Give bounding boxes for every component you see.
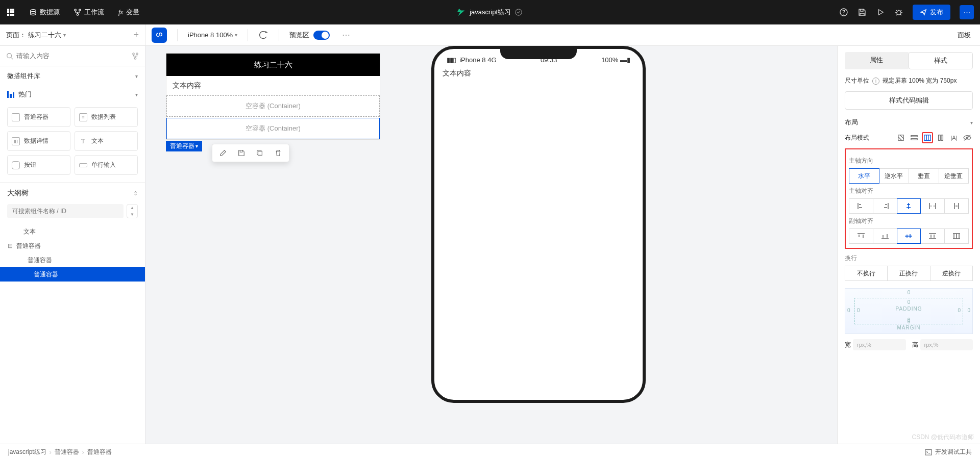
tab-attributes[interactable]: 属性 xyxy=(845,52,909,69)
chevron-down-icon: ▾ xyxy=(195,143,198,149)
dir-horizontal-reverse[interactable]: 逆水平 xyxy=(879,168,910,184)
tab-style[interactable]: 样式 xyxy=(909,52,973,69)
apps-grid-icon[interactable] xyxy=(6,8,15,17)
design-frame: 练习二十六 文本内容 空容器 (Container) 空容器 (Containe… xyxy=(166,53,380,140)
play-icon[interactable] xyxy=(876,8,885,17)
component-input[interactable]: 单行输入 xyxy=(75,155,138,175)
layout-mode-block[interactable] xyxy=(909,132,920,143)
menu-data-source[interactable]: 数据源 xyxy=(30,8,60,17)
miniprogram-icon[interactable] xyxy=(152,28,167,43)
search-input[interactable] xyxy=(13,52,132,60)
component-lib-header[interactable]: 微搭组件库 ▾ xyxy=(0,66,145,86)
selection-tag[interactable]: 普通容器 ▾ xyxy=(166,141,202,151)
info-icon[interactable]: i xyxy=(872,78,879,85)
wrap-nowrap[interactable]: 不换行 xyxy=(845,266,888,281)
save-icon[interactable] xyxy=(857,8,867,17)
tree-node-text[interactable]: 文本 xyxy=(0,224,145,239)
justify-between[interactable] xyxy=(920,198,945,214)
component-data-detail[interactable]: ◧数据详情 xyxy=(7,131,70,151)
publish-button[interactable]: 发布 xyxy=(913,5,950,20)
bug-icon[interactable] xyxy=(894,8,903,17)
style-code-button[interactable]: 样式代码编辑 xyxy=(845,91,973,110)
layout-mode-hidden[interactable] xyxy=(962,132,973,143)
align-center[interactable] xyxy=(897,228,921,244)
right-panel: 属性 样式 尺寸单位 i 规定屏幕 100% 宽为 750px 样式代码编辑 布… xyxy=(837,46,980,444)
crumb-project[interactable]: javascript练习 xyxy=(8,448,46,456)
top-center: javascript练习 xyxy=(152,8,827,17)
hierarchy-icon[interactable] xyxy=(132,53,139,60)
align-start[interactable] xyxy=(849,228,873,244)
container-placeholder-selected[interactable]: 空容器 (Container) xyxy=(166,118,380,139)
layout-mode-default[interactable] xyxy=(895,132,906,143)
component-button[interactable]: 按钮 xyxy=(7,155,70,175)
dir-vertical[interactable]: 垂直 xyxy=(909,168,939,184)
collapse-icon[interactable]: ⇕ xyxy=(133,190,138,197)
outline-tree: 文本 ⊟普通容器 普通容器 普通容器 xyxy=(0,222,145,284)
dir-horizontal[interactable]: 水平 xyxy=(849,168,879,184)
chevron-down-icon: ▾ xyxy=(135,73,138,79)
debug-tool-button[interactable]: 开发调试工具 xyxy=(925,448,972,456)
height-input[interactable]: rpx,% xyxy=(920,339,973,350)
component-text[interactable]: T文本 xyxy=(75,131,138,151)
canvas-area[interactable]: 练习二十六 文本内容 空容器 (Container) 空容器 (Containe… xyxy=(145,46,837,444)
container-placeholder-1[interactable]: 空容器 (Container) xyxy=(166,95,380,117)
crumb-container-2[interactable]: 普通容器 xyxy=(87,448,112,456)
phone-notch xyxy=(500,46,577,59)
svg-point-16 xyxy=(7,53,12,58)
copy-icon[interactable] xyxy=(255,148,264,158)
layout-mode-inline[interactable] xyxy=(935,132,946,143)
justify-around[interactable] xyxy=(944,198,969,214)
design-text-content[interactable]: 文本内容 xyxy=(166,76,380,95)
panel-toggle[interactable]: 面板 xyxy=(948,31,980,40)
svg-rect-4 xyxy=(10,11,12,13)
phone-text-content: 文本内容 xyxy=(434,65,643,82)
hot-category[interactable]: 热门 ▾ xyxy=(0,86,145,103)
add-page-button[interactable]: + xyxy=(133,30,139,40)
outline-nav-stepper[interactable]: ▲▼ xyxy=(127,204,138,218)
outline-search-input[interactable] xyxy=(7,204,124,218)
width-field: 宽 rpx,% xyxy=(845,339,906,350)
height-label: 高 xyxy=(912,341,918,349)
save-action-icon[interactable] xyxy=(237,148,246,158)
component-container[interactable]: 普通容器 xyxy=(7,107,70,127)
page-name: 练习二十六 xyxy=(28,31,61,40)
tree-node-container-2[interactable]: 普通容器 xyxy=(0,253,145,267)
align-baseline[interactable] xyxy=(944,228,969,244)
trash-icon[interactable] xyxy=(274,148,283,158)
pencil-icon[interactable] xyxy=(218,148,228,158)
more-button[interactable]: ⋯ xyxy=(960,5,974,19)
flex-options-highlight: 主轴方向 水平 逆水平 垂直 逆垂直 主轴对齐 副轴对齐 xyxy=(845,148,973,249)
page-dropdown[interactable]: 页面： 练习二十六 ▾ xyxy=(6,31,66,40)
device-selector[interactable]: iPhone 8 100% ▾ xyxy=(182,31,243,39)
menu-variable[interactable]: fx 变量 xyxy=(118,8,139,17)
preview-toggle[interactable] xyxy=(313,31,330,40)
align-stretch[interactable] xyxy=(920,228,945,244)
tree-node-container-1[interactable]: ⊟普通容器 xyxy=(0,239,145,253)
dir-vertical-reverse[interactable]: 逆垂直 xyxy=(939,168,969,184)
top-left-group: 数据源 工作流 fx 变量 xyxy=(6,8,139,17)
svg-rect-25 xyxy=(939,135,941,141)
justify-end[interactable] xyxy=(873,198,897,214)
wrap-section: 换行 不换行 正换行 逆换行 xyxy=(845,254,973,281)
refresh-button[interactable] xyxy=(252,31,275,39)
tree-node-container-3[interactable]: 普通容器 xyxy=(0,267,145,282)
layout-mode-flex[interactable] xyxy=(922,132,933,143)
justify-start[interactable] xyxy=(849,198,873,214)
component-data-list[interactable]: ≡数据列表 xyxy=(75,107,138,127)
layout-mode-text[interactable]: |A| xyxy=(948,132,960,143)
wrap-wrap[interactable]: 正换行 xyxy=(887,266,930,281)
justify-center[interactable] xyxy=(897,198,921,214)
width-input[interactable]: rpx,% xyxy=(853,339,906,350)
more-options[interactable]: ⋯ xyxy=(336,30,356,40)
fx-icon: fx xyxy=(118,8,123,16)
svg-rect-2 xyxy=(12,9,14,11)
svg-point-12 xyxy=(77,14,79,16)
menu-workflow[interactable]: 工作流 xyxy=(74,8,104,17)
layout-section-title[interactable]: 布局 ▾ xyxy=(845,118,973,127)
publish-label: 发布 xyxy=(930,8,943,17)
crumb-container-1[interactable]: 普通容器 xyxy=(55,448,79,456)
box-model[interactable]: 0 0 0 0 0 0 0 0 PADDING MARGIN xyxy=(845,288,973,334)
help-icon[interactable] xyxy=(839,8,848,17)
wrap-reverse[interactable]: 逆换行 xyxy=(930,266,973,281)
align-end[interactable] xyxy=(873,228,897,244)
